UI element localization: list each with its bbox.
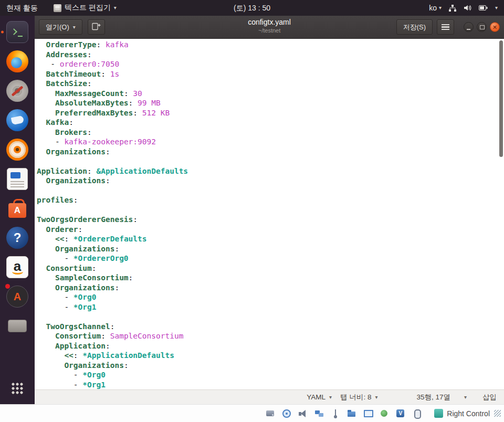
network-adapters-icon[interactable] [314, 409, 324, 418]
mouse-integration-icon[interactable] [412, 409, 422, 418]
code-line: - *Org1 [37, 380, 497, 390]
minimized-window-thumbnail [8, 320, 27, 332]
host-key-label: Right Control [447, 409, 490, 418]
code-line: OrdererType: kafka [37, 40, 497, 50]
code-line: - kafka-zookeeper:9092 [37, 137, 497, 147]
maximize-button[interactable] [477, 22, 487, 32]
system-status-area: ko ▾ ▾ [429, 4, 504, 12]
vm-features-icon[interactable] [396, 409, 405, 418]
chevron-down-icon: ▾ [114, 5, 117, 10]
code-line: - *Org0 [37, 370, 497, 380]
host-key-icon [434, 409, 443, 418]
code-line: <<: *ApplicationDefaults [37, 351, 497, 361]
battery-icon[interactable] [479, 5, 488, 10]
dock-item-minimized[interactable] [5, 313, 30, 339]
dock-item-terminal[interactable] [5, 19, 30, 45]
document-title: configtx.yaml [248, 18, 291, 27]
language-selector[interactable]: YAML ▾ [307, 393, 332, 401]
clock[interactable]: (토) 13 : 50 [234, 0, 270, 16]
scrollbar-thumb[interactable] [499, 40, 503, 157]
header-bar: 열기(O) ▾ configtx.yaml ~/testnet 저장(S) [35, 16, 504, 39]
document-path: ~/testnet [248, 27, 291, 35]
shared-folders-icon[interactable] [347, 409, 356, 418]
chevron-down-icon: ▾ [439, 5, 442, 10]
text-area[interactable]: OrdererType: kafka Addresses: - orderer0… [35, 39, 504, 389]
dock-item-writer[interactable] [5, 166, 30, 192]
system-settings-icon [6, 80, 28, 102]
dock-item-help[interactable] [5, 225, 30, 250]
usb-devices-icon[interactable] [331, 409, 340, 418]
code-line: Organizations: [37, 361, 497, 371]
code-line: BatchSize: [37, 79, 497, 89]
dock-item-amazon[interactable] [5, 255, 30, 280]
recording-icon[interactable] [380, 409, 389, 418]
header-right-group: 저장(S) × [396, 19, 500, 35]
code-line: Orderer: [37, 225, 497, 235]
code-line: Consortium: SampleConsortium [37, 331, 497, 341]
terminal-icon [6, 21, 28, 43]
host-key-indicator: Right Control [434, 409, 490, 418]
hamburger-icon [442, 24, 449, 30]
code-line [37, 205, 497, 215]
menu-button[interactable] [437, 19, 454, 35]
language-label: YAML [307, 393, 326, 401]
tab-width-label: 탭 너비: 8 [340, 393, 371, 402]
show-applications-icon [11, 382, 24, 395]
dock-item-settings[interactable] [5, 78, 30, 103]
code-line: TwoOrgsChannel: [37, 322, 497, 332]
firefox-icon [6, 50, 28, 72]
ubuntu-software-icon [6, 197, 28, 219]
dock-item-rhythmbox[interactable] [5, 137, 30, 162]
gedit-icon [54, 4, 61, 12]
chevron-down-icon[interactable]: ▾ [464, 394, 467, 400]
audio-icon[interactable] [298, 409, 308, 418]
libreoffice-writer-icon [7, 168, 28, 190]
close-icon: × [490, 23, 499, 31]
close-button[interactable]: × [490, 22, 500, 32]
network-icon[interactable] [449, 5, 456, 12]
code-line: - orderer0:7050 [37, 59, 497, 69]
optical-drives-icon[interactable] [282, 409, 291, 418]
keyboard-layout-indicator[interactable]: ko ▾ [429, 4, 442, 12]
new-tab-button[interactable] [88, 19, 105, 35]
code-line: Application: &ApplicationDefaults [37, 166, 497, 176]
rhythmbox-icon [6, 139, 28, 161]
dock-item-apps[interactable] [5, 376, 30, 401]
help-icon [6, 227, 28, 249]
resize-grip[interactable] [494, 410, 501, 417]
code-line: Brokers: [37, 128, 497, 138]
dock-item-thunderbird[interactable] [5, 108, 30, 133]
code-line: - *Org1 [37, 302, 497, 312]
code-line [37, 186, 497, 196]
minimize-button[interactable] [464, 22, 474, 32]
dock-item-software[interactable] [5, 196, 30, 221]
activities-button[interactable]: 현재 활동 [0, 0, 44, 16]
system-menu-chevron-icon[interactable]: ▾ [495, 5, 498, 10]
top-bar: 현재 활동 텍스트 편집기 ▾ (토) 13 : 50 ko ▾ ▾ [0, 0, 504, 16]
code-line [37, 156, 497, 166]
code-line: SampleConsortium: [37, 273, 497, 283]
new-document-icon [92, 23, 101, 32]
save-button[interactable]: 저장(S) [396, 19, 433, 35]
document-title-block: configtx.yaml ~/testnet [248, 18, 291, 34]
chevron-down-icon: ▾ [73, 25, 76, 30]
code-line: Organizations: [37, 147, 497, 157]
display-icon[interactable] [363, 409, 373, 418]
dock-item-firefox[interactable] [5, 49, 30, 74]
code-line: - *OrdererOrg0 [37, 254, 497, 263]
app-menu[interactable]: 텍스트 편집기 ▾ [54, 0, 117, 16]
open-button-label: 열기(O) [46, 23, 69, 32]
amazon-icon [6, 256, 28, 278]
code-line: Organizations: [37, 244, 497, 254]
code-line: Application: [37, 341, 497, 351]
code-line: - *Org0 [37, 292, 497, 302]
volume-icon[interactable] [464, 5, 471, 11]
code-line: AbsoluteMaxBytes: 99 MB [37, 98, 497, 108]
code-area[interactable]: OrdererType: kafka Addresses: - orderer0… [37, 40, 497, 389]
dock-item-updater[interactable] [5, 284, 30, 309]
code-line: MaxMessageCount: 30 [37, 89, 497, 99]
hard-disks-icon[interactable] [266, 409, 275, 418]
header-left-group: 열기(O) ▾ [39, 19, 105, 35]
tab-width-selector[interactable]: 탭 너비: 8 ▾ [340, 393, 377, 402]
open-button[interactable]: 열기(O) ▾ [39, 19, 82, 35]
